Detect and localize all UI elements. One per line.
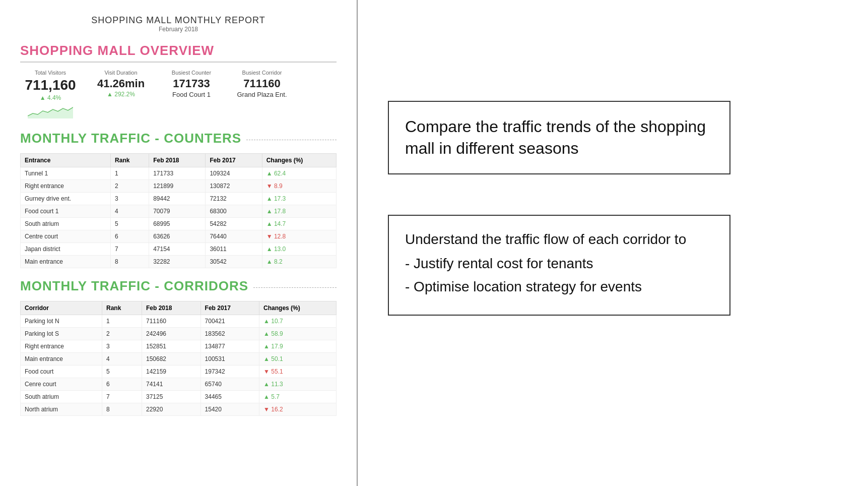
counters-divider bbox=[246, 140, 337, 140]
change-cell: 55.1 bbox=[259, 365, 337, 378]
feb2018-cell: 22920 bbox=[142, 403, 201, 415]
feb2018-cell: 142159 bbox=[142, 365, 201, 378]
table-row: Parking lot N 1 711160 700421 10.7 bbox=[21, 315, 337, 327]
rank-cell: 5 bbox=[111, 217, 149, 230]
table-row: Parking lot S 2 242496 183562 58.9 bbox=[21, 327, 337, 340]
rank-cell: 7 bbox=[102, 390, 142, 403]
feb2018-cell: 171733 bbox=[149, 167, 206, 179]
stat-value-duration: 41.26min bbox=[91, 78, 151, 90]
counters-header: MONTHLY TRAFFIC - COUNTERS bbox=[20, 131, 337, 149]
right-top: Compare the traffic trends of the shoppi… bbox=[388, 101, 838, 174]
corridor-cell: North atrium bbox=[21, 403, 102, 415]
change-cell: 14.7 bbox=[262, 217, 336, 230]
entrance-cell: Main entrance bbox=[21, 255, 111, 268]
entrance-cell: Right entrance bbox=[21, 179, 111, 192]
feb2018-cell: 32282 bbox=[149, 255, 206, 268]
stat-visit-duration: Visit Duration 41.26min ▲ 292.2% bbox=[91, 70, 151, 120]
feb2017-cell: 197342 bbox=[201, 365, 259, 378]
stat-change-duration: ▲ 292.2% bbox=[91, 91, 151, 98]
feb2017-cell: 76440 bbox=[206, 230, 262, 242]
bullet-1: Justify rental cost for tenants bbox=[405, 254, 713, 273]
change-cell: 50.1 bbox=[259, 352, 337, 365]
col-changes: Changes (%) bbox=[259, 301, 337, 315]
rank-cell: 3 bbox=[111, 192, 149, 205]
insight-text-1: Compare the traffic trends of the shoppi… bbox=[405, 117, 706, 157]
entrance-cell: Food court 1 bbox=[21, 205, 111, 217]
table-row: Food court 1 4 70079 68300 17.8 bbox=[21, 205, 337, 217]
feb2018-cell: 37125 bbox=[142, 390, 201, 403]
entrance-cell: Centre court bbox=[21, 230, 111, 242]
corridor-cell: Main entrance bbox=[21, 352, 102, 365]
change-cell: 58.9 bbox=[259, 327, 337, 340]
overview-title: SHOPPING MALL OVERVIEW bbox=[20, 43, 337, 58]
table-row: Right entrance 2 121899 130872 8.9 bbox=[21, 179, 337, 192]
rank-cell: 6 bbox=[111, 230, 149, 242]
table-row: Cenre court 6 74141 65740 11.3 bbox=[21, 378, 337, 390]
stat-change-visitors: ▲ 4.4% bbox=[20, 94, 81, 101]
feb2017-cell: 30542 bbox=[206, 255, 262, 268]
change-cell: 17.3 bbox=[262, 192, 336, 205]
corridors-header: MONTHLY TRAFFIC - CORRIDORS bbox=[20, 278, 337, 297]
stat-busiest-counter: Busiest Counter 171733 Food Court 1 bbox=[161, 70, 222, 120]
feb2017-cell: 183562 bbox=[201, 327, 259, 340]
corridor-cell: Parking lot N bbox=[21, 315, 102, 327]
col-entrance: Entrance bbox=[21, 153, 111, 167]
feb2017-cell: 36011 bbox=[206, 242, 262, 255]
overview-stats: Total Visitors 711,160 ▲ 4.4% Visit Dura… bbox=[20, 70, 337, 120]
corridors-table: Corridor Rank Feb 2018 Feb 2017 Changes … bbox=[20, 301, 337, 416]
table-row: Tunnel 1 1 171733 109324 62.4 bbox=[21, 167, 337, 179]
corridor-cell: Parking lot S bbox=[21, 327, 102, 340]
feb2018-cell: 89442 bbox=[149, 192, 206, 205]
report-header: SHOPPING MALL MONTHLY REPORT February 20… bbox=[20, 15, 337, 33]
overview-section: SHOPPING MALL OVERVIEW Total Visitors 71… bbox=[20, 43, 337, 120]
change-cell: 62.4 bbox=[262, 167, 336, 179]
table-row: Gurney drive ent. 3 89442 72132 17.3 bbox=[21, 192, 337, 205]
corridors-section: MONTHLY TRAFFIC - CORRIDORS Corridor Ran… bbox=[20, 278, 337, 416]
feb2018-cell: 242496 bbox=[142, 327, 201, 340]
entrance-cell: South atrium bbox=[21, 217, 111, 230]
feb2017-cell: 100531 bbox=[201, 352, 259, 365]
rank-cell: 4 bbox=[102, 352, 142, 365]
col-feb2018: Feb 2018 bbox=[142, 301, 201, 315]
rank-cell: 3 bbox=[102, 340, 142, 352]
change-cell: 17.8 bbox=[262, 205, 336, 217]
stat-label-visitors: Total Visitors bbox=[20, 70, 81, 76]
feb2017-cell: 34465 bbox=[201, 390, 259, 403]
feb2018-cell: 121899 bbox=[149, 179, 206, 192]
table-row: Main entrance 8 32282 30542 8.2 bbox=[21, 255, 337, 268]
col-changes: Changes (%) bbox=[262, 153, 336, 167]
feb2017-cell: 65740 bbox=[201, 378, 259, 390]
table-row: Food court 5 142159 197342 55.1 bbox=[21, 365, 337, 378]
col-rank: Rank bbox=[102, 301, 142, 315]
stat-name-counter: Food Court 1 bbox=[161, 91, 222, 98]
stat-busiest-corridor: Busiest Corridor 711160 Grand Plaza Ent. bbox=[232, 70, 292, 120]
feb2017-cell: 68300 bbox=[206, 205, 262, 217]
table-row: Right entrance 3 152851 134877 17.9 bbox=[21, 340, 337, 352]
change-cell: 12.8 bbox=[262, 230, 336, 242]
stat-label-corridor: Busiest Corridor bbox=[232, 70, 292, 76]
col-corridor: Corridor bbox=[21, 301, 102, 315]
counters-section: MONTHLY TRAFFIC - COUNTERS Entrance Rank… bbox=[20, 131, 337, 268]
feb2018-cell: 152851 bbox=[142, 340, 201, 352]
feb2018-cell: 74141 bbox=[142, 378, 201, 390]
stat-total-visitors: Total Visitors 711,160 ▲ 4.4% bbox=[20, 70, 81, 120]
feb2017-cell: 109324 bbox=[206, 167, 262, 179]
table-row: Centre court 6 63626 76440 12.8 bbox=[21, 230, 337, 242]
table-row: South atrium 7 37125 34465 5.7 bbox=[21, 390, 337, 403]
entrance-cell: Gurney drive ent. bbox=[21, 192, 111, 205]
change-cell: 8.2 bbox=[262, 255, 336, 268]
change-cell: 17.9 bbox=[259, 340, 337, 352]
table-row: South atrium 5 68995 54282 14.7 bbox=[21, 217, 337, 230]
right-panel: Compare the traffic trends of the shoppi… bbox=[358, 0, 868, 486]
feb2017-cell: 134877 bbox=[201, 340, 259, 352]
corridor-cell: South atrium bbox=[21, 390, 102, 403]
rank-cell: 4 bbox=[111, 205, 149, 217]
stat-label-duration: Visit Duration bbox=[91, 70, 151, 76]
change-cell: 10.7 bbox=[259, 315, 337, 327]
bullet-2: Optimise location strategy for events bbox=[405, 277, 713, 296]
table-row: North atrium 8 22920 15420 16.2 bbox=[21, 403, 337, 415]
feb2017-cell: 15420 bbox=[201, 403, 259, 415]
corridors-divider bbox=[253, 287, 337, 288]
table-row: Main entrance 4 150682 100531 50.1 bbox=[21, 352, 337, 365]
rank-cell: 1 bbox=[111, 167, 149, 179]
